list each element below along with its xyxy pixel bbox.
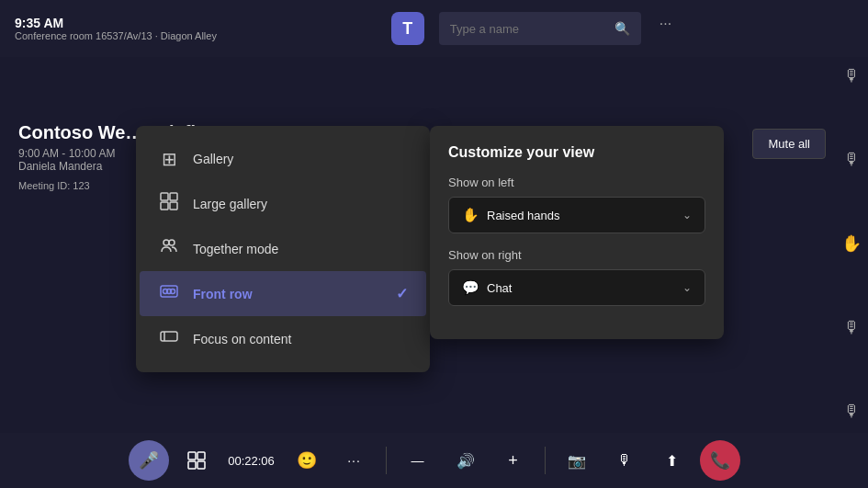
- customize-panel: Customize your view Show on left ✋ Raise…: [430, 126, 724, 339]
- focus-icon: [158, 327, 180, 350]
- view-menu-item-together[interactable]: Together mode: [140, 226, 426, 271]
- front-row-icon: [158, 282, 180, 305]
- view-menu-item-gallery[interactable]: ⊞ Gallery: [140, 137, 426, 181]
- together-label: Together mode: [193, 242, 278, 256]
- svg-rect-1: [170, 193, 177, 200]
- meeting-content: Contoso We… Briefing 9:00 AM - 10:00 AM …: [0, 57, 868, 433]
- svg-point-9: [171, 289, 175, 294]
- teams-logo: T: [391, 12, 424, 45]
- mic-icon-2[interactable]: 🎙: [843, 150, 860, 169]
- svg-rect-15: [197, 461, 205, 469]
- show-on-right-dropdown[interactable]: 💬 Chat ⌄: [448, 269, 705, 306]
- large-gallery-icon: [158, 192, 180, 215]
- show-on-left-dropdown[interactable]: ✋ Raised hands ⌄: [448, 197, 705, 233]
- front-row-label: Front row: [193, 287, 253, 301]
- svg-rect-2: [161, 202, 168, 210]
- bottom-toolbar: 🎤 00:22:06 🙂 ··· — 🔊 + 📷 🎙 ⬆ 📞: [0, 433, 868, 488]
- svg-rect-3: [170, 202, 177, 210]
- teams-logo-letter: T: [402, 19, 412, 39]
- view-menu-item-large-gallery[interactable]: Large gallery: [140, 181, 426, 226]
- show-on-right-value: Chat: [487, 281, 512, 295]
- volume-button[interactable]: 🔊: [445, 440, 486, 481]
- minus-button[interactable]: —: [398, 440, 438, 481]
- view-menu-item-front-row[interactable]: Front row ✓: [140, 271, 426, 316]
- together-icon: [158, 237, 180, 260]
- raised-hand-icon: ✋: [841, 233, 862, 254]
- show-on-left-label: Show on left: [448, 176, 705, 189]
- view-menu: ⊞ Gallery Large gallery: [136, 126, 430, 372]
- microphone-button[interactable]: 🎤: [129, 440, 169, 481]
- right-mic-panel: 🎙 🎙 ✋ 🎙 🎙: [835, 57, 868, 433]
- svg-point-4: [163, 240, 169, 245]
- svg-rect-12: [188, 452, 196, 460]
- svg-rect-13: [197, 452, 205, 460]
- show-on-left-value-wrapper: ✋ Raised hands: [462, 207, 560, 223]
- mic-icon-1[interactable]: 🎙: [843, 66, 860, 85]
- top-bar: 9:35 AM Conference room 16537/Av/13 · Di…: [0, 0, 868, 57]
- focus-label: Focus on content: [193, 332, 291, 346]
- large-gallery-label: Large gallery: [193, 197, 267, 211]
- search-bar[interactable]: 🔍: [439, 12, 641, 45]
- svg-rect-0: [161, 193, 168, 200]
- room-name: Conference room 16537/Av/13 · Diagon All…: [15, 30, 217, 41]
- time-info: 9:35 AM Conference room 16537/Av/13 · Di…: [15, 16, 217, 41]
- right-dropdown-chevron-icon: ⌄: [682, 281, 692, 294]
- mute-all-button[interactable]: Mute all: [752, 129, 826, 159]
- mic-icon-4[interactable]: 🎙: [843, 402, 860, 421]
- top-bar-center: T 🔍 ···: [217, 12, 853, 45]
- share-button[interactable]: ⬆: [652, 440, 693, 481]
- search-icon[interactable]: 🔍: [614, 21, 630, 36]
- raised-hands-dropdown-icon: ✋: [462, 207, 479, 223]
- left-dropdown-chevron-icon: ⌄: [682, 209, 692, 221]
- show-on-left-value: Raised hands: [487, 209, 560, 222]
- show-on-right-value-wrapper: 💬 Chat: [462, 279, 512, 296]
- svg-point-5: [169, 240, 175, 245]
- plus-button[interactable]: +: [493, 440, 534, 481]
- view-menu-item-focus[interactable]: Focus on content: [140, 316, 426, 361]
- toolbar-separator-2: [545, 447, 546, 474]
- svg-rect-10: [161, 332, 177, 341]
- emoji-button[interactable]: 🙂: [287, 440, 327, 481]
- current-time: 9:35 AM: [15, 16, 217, 30]
- svg-rect-14: [188, 461, 196, 469]
- chat-dropdown-icon: 💬: [462, 279, 479, 296]
- mic2-button[interactable]: 🎙: [604, 440, 645, 481]
- call-timer: 00:22:06: [224, 454, 279, 468]
- layout-button[interactable]: [176, 440, 217, 481]
- gallery-label: Gallery: [193, 152, 233, 166]
- customize-panel-title: Customize your view: [448, 144, 705, 161]
- search-input[interactable]: [450, 22, 614, 36]
- show-on-right-label: Show on right: [448, 248, 705, 262]
- topbar-more-button[interactable]: ···: [652, 12, 679, 45]
- toolbar-separator-1: [386, 447, 387, 474]
- more-options-button[interactable]: ···: [334, 440, 375, 481]
- end-call-button[interactable]: 📞: [700, 440, 740, 481]
- video-button[interactable]: 📷: [557, 440, 597, 481]
- gallery-icon: ⊞: [158, 148, 180, 170]
- front-row-check: ✓: [396, 285, 408, 302]
- mic-icon-3[interactable]: 🎙: [843, 318, 860, 337]
